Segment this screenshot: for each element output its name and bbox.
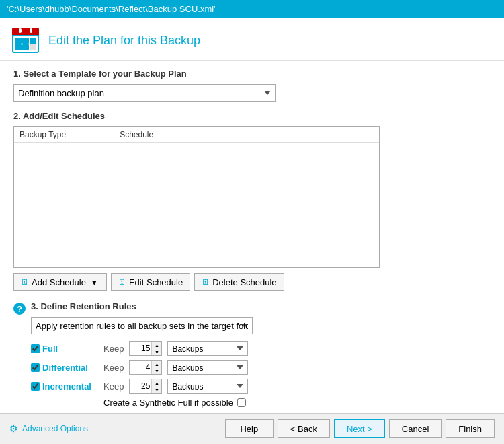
incremental-spinner: 25 ▲ ▼ [129,379,162,394]
retention-differential-row: Differential Keep 4 ▲ ▼ Backups [31,360,491,375]
full-spinner: 15 ▲ ▼ [129,341,162,356]
full-type-select[interactable]: Backups [167,341,248,356]
help-circle-icon: ? [13,303,26,315]
incremental-spinner-btns: ▲ ▼ [151,379,161,393]
header: Edit the Plan for this Backup [0,18,504,61]
full-keep-label: Keep [103,344,124,354]
content-area: 1. Select a Template for your Backup Pla… [0,61,504,413]
differential-type-select[interactable]: Backups [167,360,248,375]
full-checkbox[interactable] [31,344,40,353]
finish-button[interactable]: Finish [446,419,495,438]
title-bar: 'C:\Users\dhubb\Documents\Reflect\Backup… [0,0,504,18]
incremental-keep-label: Keep [103,381,124,392]
incremental-spin-down[interactable]: ▼ [152,386,161,393]
synthetic-full-checkbox[interactable] [237,398,246,407]
cancel-button[interactable]: Cancel [389,419,442,438]
footer: ⚙ Advanced Options Help < Back Next > Ca… [0,413,504,443]
retention-incremental-row: Incremental Keep 25 ▲ ▼ Backups [31,379,491,394]
incremental-type-select[interactable]: Backups [167,379,248,394]
differential-checkbox-label: Differential [31,363,98,373]
section3: ? 3. Define Retention Rules Apply retent… [13,301,491,412]
advanced-options-icon: ⚙ [9,423,18,434]
delete-icon: 🗓 [202,277,210,287]
schedule-buttons: 🗓 Add Schedule ▾ 🗓 Edit Schedule 🗓 Delet… [13,273,491,291]
synthetic-full-label: Create a Synthetic Full if possible [103,398,233,408]
help-button[interactable]: Help [225,419,274,438]
delete-schedule-button[interactable]: 🗓 Delete Schedule [194,273,284,291]
differential-spinner-input[interactable]: 4 [130,361,151,374]
differential-spinner-btns: ▲ ▼ [151,361,161,374]
differential-checkbox[interactable] [31,363,40,372]
full-checkbox-label: Full [31,344,98,354]
retention-content: 3. Define Retention Rules Apply retentio… [31,301,491,412]
full-spinner-input[interactable]: 15 [130,342,151,355]
section2-label: 2. Add/Edit Schedules [13,111,491,121]
full-spin-up[interactable]: ▲ [152,342,161,348]
retention-full-row: Full Keep 15 ▲ ▼ Backups [31,341,491,356]
incremental-spin-up[interactable]: ▲ [152,379,161,386]
incremental-checkbox[interactable] [31,382,40,391]
differential-spin-up[interactable]: ▲ [152,361,161,367]
differential-label: Differential [42,363,88,373]
main-window: Edit the Plan for this Backup 1. Select … [0,18,504,443]
schedule-table: Backup Type Schedule [13,126,380,268]
edit-schedule-button[interactable]: 🗓 Edit Schedule [111,273,190,291]
advanced-options-link[interactable]: Advanced Options [22,424,88,433]
retention-dropdown-row: Apply retention rules to all backup sets… [31,317,491,334]
col-schedule: Schedule [120,130,153,139]
edit-icon: 🗓 [118,277,126,287]
full-spinner-btns: ▲ ▼ [151,342,161,355]
schedule-table-header: Backup Type Schedule [14,127,379,143]
page-title: Edit the Plan for this Backup [48,34,200,48]
back-button[interactable]: < Back [278,419,330,438]
footer-right: Help < Back Next > Cancel Finish [225,419,495,438]
incremental-checkbox-label: Incremental [31,381,98,392]
differential-keep-label: Keep [103,363,124,373]
add-icon: 🗓 [21,277,29,287]
incremental-spinner-input[interactable]: 25 [130,379,151,393]
full-spin-down[interactable]: ▼ [152,348,161,355]
add-schedule-dropdown-arrow[interactable]: ▾ [89,276,99,287]
section1-label: 1. Select a Template for your Backup Pla… [13,69,491,79]
add-schedule-button[interactable]: 🗓 Add Schedule ▾ [13,273,107,291]
template-dropdown-row: Definition backup plan [13,84,491,102]
synthetic-full-row: Create a Synthetic Full if possible [103,398,491,408]
calendar-icon [12,28,39,53]
differential-spinner: 4 ▲ ▼ [129,360,162,375]
footer-left: ⚙ Advanced Options [9,423,88,434]
template-select[interactable]: Definition backup plan [13,84,276,102]
title-bar-text: 'C:\Users\dhubb\Documents\Reflect\Backup… [7,4,216,14]
incremental-label: Incremental [42,381,91,392]
col-backup-type: Backup Type [19,130,66,139]
retention-select[interactable]: Apply retention rules to all backup sets… [31,317,253,334]
differential-spin-down[interactable]: ▼ [152,367,161,374]
section3-label: 3. Define Retention Rules [31,301,491,311]
next-button[interactable]: Next > [334,419,385,438]
full-label: Full [42,344,58,354]
